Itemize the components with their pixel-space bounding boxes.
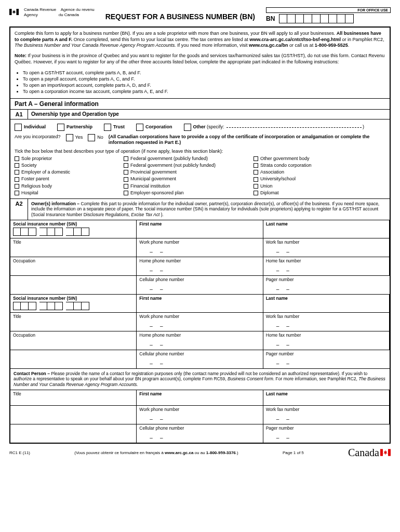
first-name-field[interactable]: First name bbox=[137, 390, 263, 406]
sin-field[interactable]: Social insurance number (SIN) bbox=[10, 295, 137, 313]
occupation-field[interactable]: Occupation bbox=[10, 331, 137, 350]
home-fax-field[interactable]: Home fax number–– bbox=[263, 257, 390, 276]
op-check[interactable] bbox=[254, 156, 258, 161]
incorporated-question: Are you incorporated? bbox=[15, 134, 61, 139]
owner-block-1: Social insurance number (SIN) First name… bbox=[10, 220, 390, 295]
work-fax-field[interactable]: Work fax number–– bbox=[263, 313, 390, 331]
op-check[interactable] bbox=[15, 170, 19, 175]
op-check[interactable] bbox=[124, 163, 128, 168]
op-check[interactable] bbox=[15, 177, 19, 182]
office-use-label: FOR OFFICE USE bbox=[266, 7, 391, 13]
canada-flag-icon bbox=[9, 7, 19, 17]
svg-rect-1 bbox=[17, 9, 19, 15]
op-check[interactable] bbox=[124, 191, 128, 195]
occupation-field[interactable]: Occupation bbox=[10, 257, 137, 276]
title-field[interactable]: Title bbox=[10, 238, 137, 257]
sin-field[interactable]: Social insurance number (SIN) bbox=[10, 220, 137, 238]
incorporated-yes[interactable]: Yes bbox=[66, 134, 83, 141]
agency-name: Canada Revenue Agence du revenu Agency d… bbox=[24, 7, 95, 17]
first-name-field[interactable]: First name bbox=[137, 295, 263, 313]
last-name-field[interactable]: Last name bbox=[263, 295, 390, 313]
work-phone-field[interactable]: Work phone number–– bbox=[137, 313, 263, 331]
bn-input-boxes[interactable] bbox=[279, 14, 354, 23]
bn-label: BN bbox=[266, 15, 275, 22]
contact-person-description: Contact Person – Please provide the name… bbox=[10, 369, 390, 390]
last-name-field[interactable]: Last name bbox=[263, 220, 390, 238]
form-title: REQUEST FOR A BUSINESS NUMBER (BN) bbox=[100, 7, 261, 21]
op-check[interactable] bbox=[15, 184, 19, 189]
cell-phone-field[interactable]: Cellular phone number–– bbox=[137, 276, 263, 295]
op-check[interactable] bbox=[124, 177, 128, 182]
home-fax-field[interactable]: Home fax number–– bbox=[263, 331, 390, 350]
part-a-header: Part A – General information bbox=[10, 98, 390, 110]
op-check[interactable] bbox=[124, 184, 128, 189]
op-check[interactable] bbox=[254, 163, 258, 168]
op-check[interactable] bbox=[254, 177, 258, 182]
op-check[interactable] bbox=[254, 184, 258, 189]
blank-cell bbox=[10, 406, 137, 424]
op-check[interactable] bbox=[124, 170, 128, 175]
a2-code: A2 bbox=[10, 199, 28, 220]
ownership-other[interactable]: Other (specify: ) bbox=[184, 124, 365, 131]
op-check[interactable] bbox=[15, 191, 19, 195]
cell-phone-field[interactable]: Cellular phone number–– bbox=[137, 424, 263, 443]
pager-field[interactable]: Pager number–– bbox=[263, 350, 390, 369]
svg-rect-3 bbox=[388, 449, 391, 456]
owner-block-2: Social insurance number (SIN) First name… bbox=[10, 295, 390, 369]
blank-cell bbox=[10, 424, 137, 443]
ownership-individual[interactable]: Individual bbox=[15, 124, 46, 131]
last-name-field[interactable]: Last name bbox=[263, 390, 390, 406]
incorporated-note: (All Canadian corporations have to provi… bbox=[109, 134, 385, 145]
incorporated-no[interactable]: No bbox=[88, 134, 103, 141]
pager-field[interactable]: Pager number–– bbox=[263, 276, 390, 295]
op-check[interactable] bbox=[15, 156, 19, 161]
home-phone-field[interactable]: Home phone number–– bbox=[137, 331, 263, 350]
svg-rect-2 bbox=[380, 449, 383, 456]
page-number: Page 1 of 5 bbox=[283, 450, 304, 455]
op-check[interactable] bbox=[254, 191, 258, 195]
work-fax-field[interactable]: Work fax number–– bbox=[263, 406, 390, 424]
intro-text: Complete this form to apply for a busine… bbox=[10, 28, 390, 68]
svg-rect-0 bbox=[9, 9, 12, 15]
a2-description: Owner(s) information – Complete this par… bbox=[28, 199, 390, 220]
ownership-trust[interactable]: Trust bbox=[104, 124, 125, 131]
work-fax-field[interactable]: Work fax number–– bbox=[263, 238, 390, 257]
contact-block: Title First name Last name Work phone nu… bbox=[10, 390, 390, 443]
tick-instruction: Tick the box below that best describes y… bbox=[15, 149, 385, 154]
ownership-corporation[interactable]: Corporation bbox=[136, 124, 172, 131]
op-check[interactable] bbox=[124, 156, 128, 161]
work-phone-field[interactable]: Work phone number–– bbox=[137, 238, 263, 257]
cell-phone-field[interactable]: Cellular phone number–– bbox=[137, 350, 263, 369]
op-check[interactable] bbox=[15, 163, 19, 168]
instruction-bullets: To open a GST/HST account, complete part… bbox=[10, 68, 390, 98]
canada-wordmark: Canada bbox=[348, 447, 391, 459]
a1-title: Ownership type and Operation type bbox=[28, 110, 390, 119]
a1-code: A1 bbox=[10, 110, 28, 119]
op-check[interactable] bbox=[254, 170, 258, 175]
blank-cell bbox=[10, 350, 137, 369]
first-name-field[interactable]: First name bbox=[137, 220, 263, 238]
title-field[interactable]: Title bbox=[10, 390, 137, 406]
ownership-partnership[interactable]: Partnership bbox=[57, 124, 92, 131]
french-note: (Vous pouvez obtenir ce formulaire en fr… bbox=[74, 450, 238, 455]
work-phone-field[interactable]: Work phone number–– bbox=[137, 406, 263, 424]
flag-icon bbox=[380, 447, 391, 458]
home-phone-field[interactable]: Home phone number–– bbox=[137, 257, 263, 276]
pager-field[interactable]: Pager number–– bbox=[263, 424, 390, 443]
title-field[interactable]: Title bbox=[10, 313, 137, 331]
form-id: RC1 E (11) bbox=[9, 450, 30, 455]
blank-cell bbox=[10, 276, 137, 295]
